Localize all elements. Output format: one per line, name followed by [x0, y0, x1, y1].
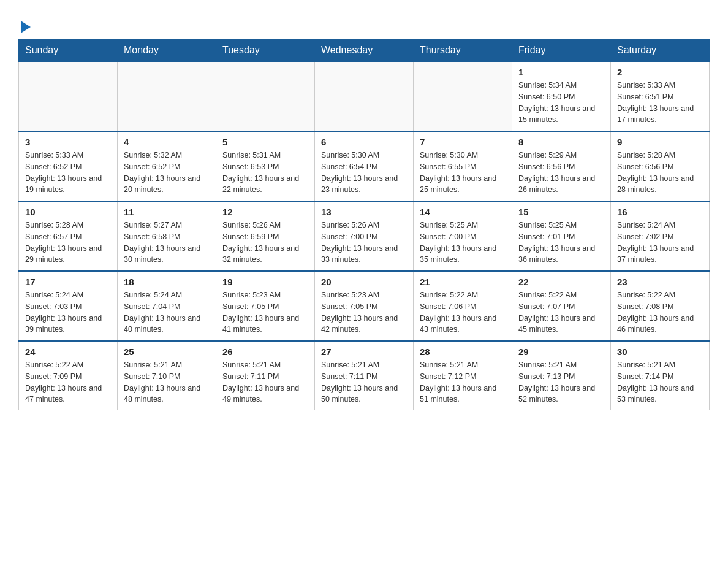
day-number: 25	[124, 347, 210, 357]
day-number: 6	[321, 137, 407, 147]
calendar-cell: 5Sunrise: 5:31 AMSunset: 6:53 PMDaylight…	[216, 131, 315, 201]
calendar-cell: 24Sunrise: 5:22 AMSunset: 7:09 PMDayligh…	[19, 341, 118, 410]
calendar-cell: 10Sunrise: 5:28 AMSunset: 6:57 PMDayligh…	[19, 201, 118, 271]
calendar-cell: 22Sunrise: 5:22 AMSunset: 7:07 PMDayligh…	[512, 271, 611, 341]
calendar-week-row: 3Sunrise: 5:33 AMSunset: 6:52 PMDaylight…	[19, 131, 710, 201]
day-number: 4	[124, 137, 210, 147]
calendar-week-row: 17Sunrise: 5:24 AMSunset: 7:03 PMDayligh…	[19, 271, 710, 341]
calendar-cell: 19Sunrise: 5:23 AMSunset: 7:05 PMDayligh…	[216, 271, 315, 341]
day-info: Sunrise: 5:22 AMSunset: 7:07 PMDaylight:…	[518, 289, 604, 335]
day-number: 13	[321, 207, 407, 217]
calendar-cell	[19, 61, 118, 131]
day-info: Sunrise: 5:22 AMSunset: 7:09 PMDaylight:…	[25, 359, 111, 405]
day-number: 7	[420, 137, 506, 147]
logo	[18, 18, 31, 33]
day-number: 18	[124, 277, 210, 287]
calendar-header-row: SundayMondayTuesdayWednesdayThursdayFrid…	[19, 40, 710, 62]
calendar-cell: 20Sunrise: 5:23 AMSunset: 7:05 PMDayligh…	[315, 271, 414, 341]
day-info: Sunrise: 5:25 AMSunset: 7:01 PMDaylight:…	[518, 220, 604, 266]
calendar-cell	[216, 61, 315, 131]
day-of-week-header: Tuesday	[216, 40, 315, 62]
calendar-cell	[315, 61, 414, 131]
day-info: Sunrise: 5:21 AMSunset: 7:13 PMDaylight:…	[518, 359, 604, 405]
day-number: 15	[518, 207, 604, 217]
day-number: 26	[222, 347, 308, 357]
day-number: 28	[420, 347, 506, 357]
calendar-cell: 26Sunrise: 5:21 AMSunset: 7:11 PMDayligh…	[216, 341, 315, 410]
day-number: 2	[617, 67, 703, 77]
day-number: 10	[25, 207, 111, 217]
calendar-cell: 12Sunrise: 5:26 AMSunset: 6:59 PMDayligh…	[216, 201, 315, 271]
day-number: 9	[617, 137, 703, 147]
day-number: 23	[617, 277, 703, 287]
day-info: Sunrise: 5:33 AMSunset: 6:51 PMDaylight:…	[617, 80, 703, 126]
day-info: Sunrise: 5:26 AMSunset: 6:59 PMDaylight:…	[222, 220, 308, 266]
day-number: 29	[518, 347, 604, 357]
day-number: 17	[25, 277, 111, 287]
calendar-cell: 9Sunrise: 5:28 AMSunset: 6:56 PMDaylight…	[611, 131, 710, 201]
day-number: 12	[222, 207, 308, 217]
day-number: 14	[420, 207, 506, 217]
day-info: Sunrise: 5:21 AMSunset: 7:10 PMDaylight:…	[124, 359, 210, 405]
day-info: Sunrise: 5:24 AMSunset: 7:02 PMDaylight:…	[617, 220, 703, 266]
day-number: 21	[420, 277, 506, 287]
calendar-cell: 21Sunrise: 5:22 AMSunset: 7:06 PMDayligh…	[414, 271, 512, 341]
day-number: 27	[321, 347, 407, 357]
calendar-cell: 18Sunrise: 5:24 AMSunset: 7:04 PMDayligh…	[118, 271, 216, 341]
calendar-cell: 29Sunrise: 5:21 AMSunset: 7:13 PMDayligh…	[512, 341, 611, 410]
day-info: Sunrise: 5:27 AMSunset: 6:58 PMDaylight:…	[124, 220, 210, 266]
calendar-cell	[414, 61, 512, 131]
day-info: Sunrise: 5:21 AMSunset: 7:14 PMDaylight:…	[617, 359, 703, 405]
calendar-cell: 30Sunrise: 5:21 AMSunset: 7:14 PMDayligh…	[611, 341, 710, 410]
day-info: Sunrise: 5:25 AMSunset: 7:00 PMDaylight:…	[420, 220, 506, 266]
calendar-cell: 3Sunrise: 5:33 AMSunset: 6:52 PMDaylight…	[19, 131, 118, 201]
day-info: Sunrise: 5:22 AMSunset: 7:06 PMDaylight:…	[420, 289, 506, 335]
day-info: Sunrise: 5:21 AMSunset: 7:11 PMDaylight:…	[222, 359, 308, 405]
calendar-cell: 6Sunrise: 5:30 AMSunset: 6:54 PMDaylight…	[315, 131, 414, 201]
day-number: 24	[25, 347, 111, 357]
day-info: Sunrise: 5:23 AMSunset: 7:05 PMDaylight:…	[222, 289, 308, 335]
day-of-week-header: Saturday	[611, 40, 710, 62]
day-number: 5	[222, 137, 308, 147]
day-number: 22	[518, 277, 604, 287]
calendar-cell: 4Sunrise: 5:32 AMSunset: 6:52 PMDaylight…	[118, 131, 216, 201]
calendar-cell	[118, 61, 216, 131]
calendar-cell: 11Sunrise: 5:27 AMSunset: 6:58 PMDayligh…	[118, 201, 216, 271]
day-info: Sunrise: 5:34 AMSunset: 6:50 PMDaylight:…	[518, 80, 604, 126]
day-info: Sunrise: 5:28 AMSunset: 6:56 PMDaylight:…	[617, 150, 703, 196]
day-of-week-header: Wednesday	[315, 40, 414, 62]
day-info: Sunrise: 5:33 AMSunset: 6:52 PMDaylight:…	[25, 150, 111, 196]
day-of-week-header: Friday	[512, 40, 611, 62]
day-info: Sunrise: 5:23 AMSunset: 7:05 PMDaylight:…	[321, 289, 407, 335]
calendar-cell: 14Sunrise: 5:25 AMSunset: 7:00 PMDayligh…	[414, 201, 512, 271]
calendar-cell: 1Sunrise: 5:34 AMSunset: 6:50 PMDaylight…	[512, 61, 611, 131]
day-info: Sunrise: 5:32 AMSunset: 6:52 PMDaylight:…	[124, 150, 210, 196]
calendar-cell: 25Sunrise: 5:21 AMSunset: 7:10 PMDayligh…	[118, 341, 216, 410]
calendar-week-row: 24Sunrise: 5:22 AMSunset: 7:09 PMDayligh…	[19, 341, 710, 410]
day-info: Sunrise: 5:21 AMSunset: 7:12 PMDaylight:…	[420, 359, 506, 405]
day-info: Sunrise: 5:29 AMSunset: 6:56 PMDaylight:…	[518, 150, 604, 196]
logo-arrow-icon	[21, 21, 31, 33]
calendar-cell: 17Sunrise: 5:24 AMSunset: 7:03 PMDayligh…	[19, 271, 118, 341]
calendar-cell: 8Sunrise: 5:29 AMSunset: 6:56 PMDaylight…	[512, 131, 611, 201]
calendar-cell: 23Sunrise: 5:22 AMSunset: 7:08 PMDayligh…	[611, 271, 710, 341]
day-number: 30	[617, 347, 703, 357]
calendar-week-row: 10Sunrise: 5:28 AMSunset: 6:57 PMDayligh…	[19, 201, 710, 271]
day-number: 19	[222, 277, 308, 287]
day-info: Sunrise: 5:30 AMSunset: 6:55 PMDaylight:…	[420, 150, 506, 196]
day-info: Sunrise: 5:22 AMSunset: 7:08 PMDaylight:…	[617, 289, 703, 335]
day-number: 3	[25, 137, 111, 147]
calendar-cell: 2Sunrise: 5:33 AMSunset: 6:51 PMDaylight…	[611, 61, 710, 131]
day-info: Sunrise: 5:24 AMSunset: 7:03 PMDaylight:…	[25, 289, 111, 335]
day-number: 1	[518, 67, 604, 77]
day-of-week-header: Thursday	[414, 40, 512, 62]
page-header	[18, 12, 710, 33]
calendar-cell: 13Sunrise: 5:26 AMSunset: 7:00 PMDayligh…	[315, 201, 414, 271]
calendar-table: SundayMondayTuesdayWednesdayThursdayFrid…	[18, 39, 710, 410]
day-of-week-header: Sunday	[19, 40, 118, 62]
calendar-cell: 15Sunrise: 5:25 AMSunset: 7:01 PMDayligh…	[512, 201, 611, 271]
calendar-cell: 27Sunrise: 5:21 AMSunset: 7:11 PMDayligh…	[315, 341, 414, 410]
calendar-week-row: 1Sunrise: 5:34 AMSunset: 6:50 PMDaylight…	[19, 61, 710, 131]
day-info: Sunrise: 5:24 AMSunset: 7:04 PMDaylight:…	[124, 289, 210, 335]
day-info: Sunrise: 5:28 AMSunset: 6:57 PMDaylight:…	[25, 220, 111, 266]
